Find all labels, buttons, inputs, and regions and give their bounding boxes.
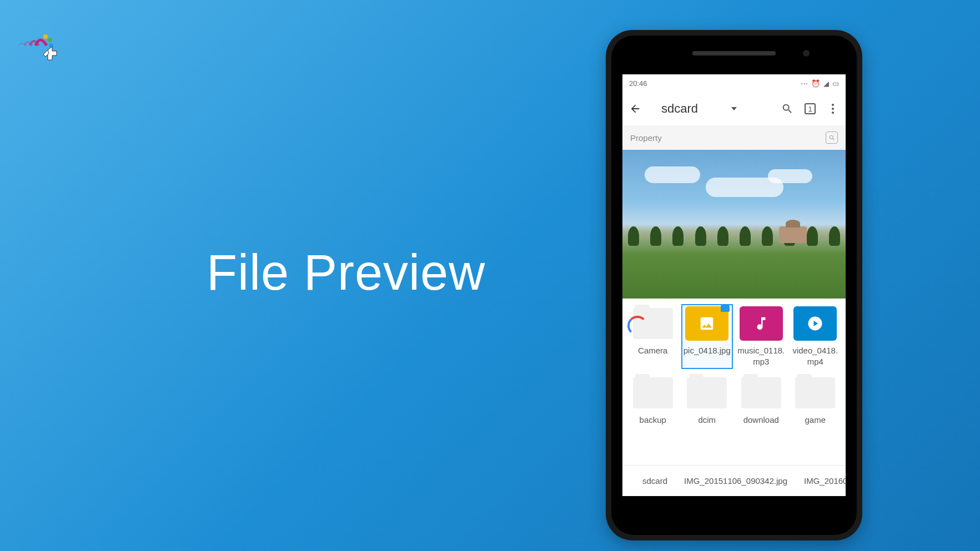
folder-icon	[633, 308, 673, 339]
svg-line-4	[833, 139, 835, 140]
status-bar: 20:46 ⋯ ⏰ ◢ ▭	[622, 74, 846, 92]
location-title: sdcard	[661, 102, 698, 116]
file-label: download	[743, 414, 779, 426]
status-icons: ⋯ ⏰ ◢ ▭	[801, 79, 839, 88]
file-label: game	[805, 414, 826, 426]
file-label: music_0118.mp3	[736, 345, 786, 367]
property-bar: Property	[622, 125, 846, 150]
chevron-down-icon	[731, 107, 737, 110]
file-item-video[interactable]: video_0418.mp4	[790, 304, 842, 369]
video-file-icon	[793, 306, 837, 341]
phone-frame: 20:46 ⋯ ⏰ ◢ ▭ sdcard	[606, 30, 862, 540]
folder-icon	[741, 377, 781, 408]
file-item-dcim[interactable]: dcim	[681, 373, 733, 428]
image-file-icon	[685, 306, 728, 341]
file-item-backup[interactable]: backup	[627, 373, 679, 428]
svg-point-3	[830, 135, 833, 139]
zoom-search-button[interactable]	[826, 132, 838, 144]
file-label: video_0418.mp4	[791, 345, 841, 367]
music-file-icon	[740, 306, 783, 341]
app-logo-cursor	[13, 29, 74, 68]
file-label: dcim	[698, 414, 716, 426]
hero-title: File Preview	[207, 244, 485, 301]
more-menu-button[interactable]	[827, 103, 839, 115]
phone-camera	[803, 50, 810, 57]
view-grid-button[interactable]	[628, 476, 630, 486]
tab-count-button[interactable]: 1	[805, 103, 816, 114]
folder-icon	[633, 377, 673, 408]
file-preview-image[interactable]	[622, 150, 846, 299]
breadcrumb-bar: sdcard IMG_20151106_090342.jpg IMG_20160…	[622, 465, 846, 496]
file-item-music[interactable]: music_0118.mp3	[735, 304, 787, 369]
breadcrumb-item[interactable]: IMG_20151106_090342.jpg	[680, 474, 792, 488]
property-label: Property	[630, 133, 662, 143]
file-label: pic_0418.jpg	[684, 345, 731, 356]
file-item-camera[interactable]: Camera	[627, 304, 679, 369]
folder-icon	[687, 377, 727, 408]
app-bar: sdcard 1	[622, 92, 846, 125]
file-item-pic[interactable]: pic_0418.jpg	[681, 304, 733, 369]
svg-point-0	[43, 34, 48, 39]
battery-icon: ▭	[832, 79, 839, 88]
phone-speaker	[692, 51, 776, 55]
signal-icon: ◢	[823, 79, 829, 88]
more-status-icon: ⋯	[801, 79, 808, 88]
file-grid: Camera pic_0418.jpg music_0118.mp3	[622, 299, 846, 433]
file-item-download[interactable]: download	[735, 373, 787, 428]
search-button[interactable]	[781, 103, 793, 115]
alarm-icon: ⏰	[811, 79, 820, 88]
svg-point-2	[49, 43, 53, 48]
selected-badge	[721, 305, 730, 312]
back-button[interactable]	[629, 103, 641, 115]
file-item-game[interactable]: game	[790, 373, 842, 428]
file-label: Camera	[638, 345, 667, 356]
status-time: 20:46	[629, 79, 647, 88]
svg-point-1	[48, 38, 52, 42]
breadcrumb-item[interactable]: IMG_20160:	[800, 474, 846, 488]
folder-icon	[795, 377, 835, 408]
file-label: backup	[640, 414, 666, 426]
breadcrumb-item[interactable]: sdcard	[638, 474, 672, 488]
location-dropdown[interactable]: sdcard	[661, 102, 771, 116]
phone-screen: 20:46 ⋯ ⏰ ◢ ▭ sdcard	[622, 74, 846, 496]
